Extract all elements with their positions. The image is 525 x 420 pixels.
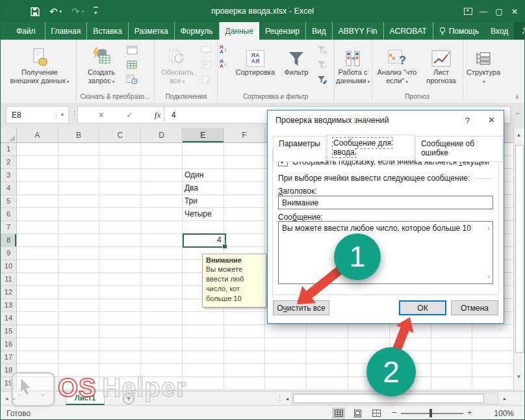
cell-C10[interactable] <box>99 260 141 273</box>
cell-F2[interactable] <box>224 156 266 169</box>
cell-A19[interactable] <box>17 377 58 390</box>
cell-E5[interactable]: Три <box>183 195 224 208</box>
from-table-icon[interactable] <box>125 59 138 71</box>
cell-F8[interactable] <box>224 234 266 247</box>
tab-error-alert[interactable]: Сообщение об ошибке <box>415 136 503 162</box>
vertical-scroll-thumb[interactable] <box>515 145 524 353</box>
tab-acrobat[interactable]: ACROBAT <box>384 22 433 40</box>
cell-D16[interactable] <box>141 338 183 351</box>
connections-icon[interactable] <box>199 44 212 56</box>
cancel-button[interactable]: Отмена <box>451 300 498 315</box>
cell-E2[interactable] <box>183 156 224 169</box>
enter-entry-icon[interactable]: ✓ <box>126 111 133 120</box>
message-textarea[interactable]: Вы можете ввести любое число, которое бо… <box>278 221 493 284</box>
cell-C16[interactable] <box>99 338 141 351</box>
cell-D6[interactable] <box>141 208 183 221</box>
refresh-all-button[interactable]: Обновить все▾ <box>158 44 197 86</box>
cell-C4[interactable] <box>99 182 141 195</box>
cell-A4[interactable] <box>17 182 58 195</box>
sort-button[interactable]: ЯААЯ Сортировка <box>234 44 277 77</box>
sheet-tab-list1[interactable]: Лист1 <box>66 391 105 405</box>
cell-J15[interactable] <box>390 325 431 338</box>
column-header-A[interactable]: A <box>17 128 58 143</box>
cell-A8[interactable] <box>17 234 58 247</box>
row-header-4[interactable]: 4 <box>1 182 17 195</box>
row-header-14[interactable]: 14 <box>1 312 17 325</box>
column-header-C[interactable]: C <box>99 128 141 143</box>
cell-F4[interactable] <box>224 182 266 195</box>
cell-E16[interactable] <box>183 338 224 351</box>
cell-E6[interactable]: Четыре <box>183 208 224 221</box>
cell-E7[interactable] <box>183 221 224 234</box>
cell-H16[interactable] <box>307 338 348 351</box>
cell-G18[interactable] <box>265 364 307 377</box>
cell-C2[interactable] <box>99 156 141 169</box>
redo-button[interactable]: ↷▾ <box>71 7 84 16</box>
cell-A13[interactable] <box>17 299 58 312</box>
cell-D1[interactable] <box>141 143 183 156</box>
cell-H18[interactable] <box>307 364 348 377</box>
column-header-E[interactable]: E <box>183 128 224 143</box>
cell-C13[interactable] <box>99 299 141 312</box>
cell-C11[interactable] <box>99 273 141 286</box>
outline-button[interactable]: Структура ▾ <box>464 44 503 86</box>
recent-sources-icon[interactable] <box>125 73 138 86</box>
tab-data[interactable]: Данные <box>220 22 259 40</box>
cell-A14[interactable] <box>17 312 58 325</box>
vertical-scrollbar[interactable]: ▲ ▼ <box>513 128 524 391</box>
cell-A12[interactable] <box>17 286 58 299</box>
cell-D9[interactable] <box>141 247 183 260</box>
cell-D11[interactable] <box>141 273 183 286</box>
row-header-9[interactable]: 9 <box>1 247 17 260</box>
row-header-8[interactable]: 8 <box>1 234 17 247</box>
row-header-17[interactable]: 17 <box>1 351 17 364</box>
cell-D2[interactable] <box>141 156 183 169</box>
cell-F19[interactable] <box>224 377 266 390</box>
cell-G15[interactable] <box>265 325 307 338</box>
cell-A10[interactable] <box>17 260 58 273</box>
cell-D14[interactable] <box>141 312 183 325</box>
tab-input-message[interactable]: Сообщение для ввода <box>327 135 415 161</box>
new-query-button[interactable]: Создать запрос▾ <box>81 44 122 86</box>
sign-in-button[interactable]: Вход <box>485 22 514 40</box>
cell-D13[interactable] <box>141 299 183 312</box>
advanced-filter-icon[interactable] <box>316 73 329 86</box>
tab-home[interactable]: Главная <box>45 22 88 40</box>
cell-D7[interactable] <box>141 221 183 234</box>
tab-help[interactable]: Помощь <box>433 22 485 40</box>
row-header-19[interactable]: 19 <box>1 377 17 390</box>
save-icon[interactable] <box>31 7 40 16</box>
cell-C14[interactable] <box>99 312 141 325</box>
cell-H19[interactable] <box>307 377 348 390</box>
cell-G17[interactable] <box>265 351 307 364</box>
cell-C6[interactable] <box>99 208 141 221</box>
data-tools-button[interactable]: Работа с данными▾ <box>335 44 370 86</box>
cell-B11[interactable] <box>58 273 100 286</box>
cell-B19[interactable] <box>58 377 100 390</box>
title-input[interactable]: Внимание <box>278 196 493 209</box>
cell-D18[interactable] <box>141 364 183 377</box>
cell-B16[interactable] <box>58 338 100 351</box>
cell-K19[interactable] <box>431 377 473 390</box>
cell-A18[interactable] <box>17 364 58 377</box>
cell-A17[interactable] <box>17 351 58 364</box>
cell-E19[interactable] <box>183 377 224 390</box>
minimize-button[interactable]: — <box>478 5 489 18</box>
cell-A7[interactable] <box>17 221 58 234</box>
cell-C9[interactable] <box>99 247 141 260</box>
cell-B8[interactable] <box>58 234 100 247</box>
cell-C17[interactable] <box>99 351 141 364</box>
cell-H17[interactable] <box>307 351 348 364</box>
cell-G16[interactable] <box>265 338 307 351</box>
cell-L18[interactable] <box>472 364 514 377</box>
cell-E1[interactable] <box>183 143 224 156</box>
select-all-corner[interactable] <box>1 128 17 143</box>
ok-button[interactable]: ОК <box>399 300 446 315</box>
zoom-in-icon[interactable]: + <box>467 408 472 417</box>
row-header-1[interactable]: 1 <box>1 143 17 156</box>
customize-qat-button[interactable]: ▔▾ <box>94 9 97 14</box>
cell-D15[interactable] <box>141 325 183 338</box>
cell-A5[interactable] <box>17 195 58 208</box>
cell-B5[interactable] <box>58 195 100 208</box>
forecast-sheet-button[interactable]: Лист прогноза <box>422 44 460 85</box>
